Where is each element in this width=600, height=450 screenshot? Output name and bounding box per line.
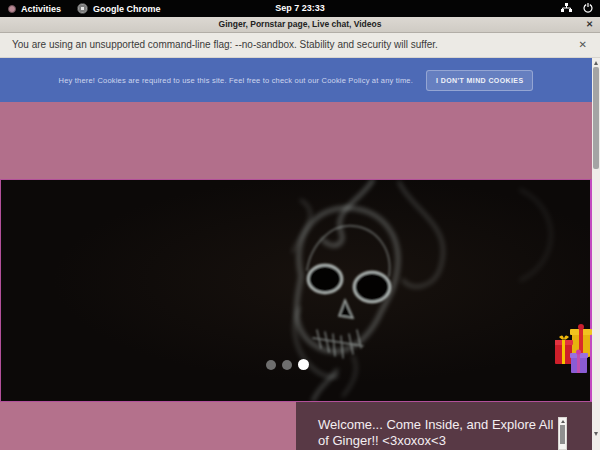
infobar-message: You are using an unsupported command-lin…	[12, 33, 438, 57]
cookie-message: Hey there! Cookies are required to use t…	[59, 76, 414, 85]
welcome-scroll-thumb[interactable]	[560, 425, 565, 444]
screen: Activities Google Chrome Sep 7 23:33	[0, 0, 600, 450]
scrollbar-down-icon[interactable]	[594, 432, 598, 436]
power-icon[interactable]	[583, 3, 593, 15]
carousel-dot-1[interactable]	[266, 360, 276, 370]
welcome-text: Welcome... Come Inside, and Explore All …	[318, 417, 553, 449]
clock[interactable]: Sep 7 23:33	[0, 0, 600, 17]
scrollbar-thumb[interactable]	[593, 67, 599, 169]
window-close-button[interactable]: ✕	[586, 17, 593, 32]
welcome-box-scrollbar[interactable]	[558, 417, 567, 450]
window-title: Ginger, Pornstar page, Live chat, Videos	[0, 17, 600, 32]
site-header: GinGer's Red Hot CamZ LOGIN	[0, 102, 592, 179]
window-title-bar: Ginger, Pornstar page, Live chat, Videos…	[0, 17, 600, 33]
carousel-dots	[266, 359, 309, 370]
welcome-line-2: of Ginger!! <3xoxox<3	[318, 433, 553, 449]
scroll-up-icon[interactable]	[561, 420, 565, 423]
welcome-box: Welcome... Come Inside, and Explore All …	[296, 402, 592, 450]
chrome-infobar: You are using an unsupported command-lin…	[0, 33, 600, 58]
cookie-accept-button[interactable]: I DON'T MIND COOKIES	[426, 70, 533, 91]
network-icon[interactable]	[561, 3, 572, 15]
gifts-graphic[interactable]	[555, 323, 593, 381]
infobar-close-button[interactable]: ✕	[579, 33, 587, 57]
welcome-line-1: Welcome... Come Inside, and Explore All	[318, 417, 553, 433]
page-scrollbar[interactable]	[592, 58, 600, 450]
bottom-section: Welcome... Come Inside, and Explore All …	[0, 402, 592, 450]
carousel-dot-3[interactable]	[298, 359, 309, 370]
system-top-bar: Activities Google Chrome Sep 7 23:33	[0, 0, 600, 17]
scrollbar-up-icon[interactable]	[594, 61, 598, 65]
carousel-dot-2[interactable]	[282, 360, 292, 370]
cookie-banner: Hey there! Cookies are required to use t…	[0, 58, 592, 102]
